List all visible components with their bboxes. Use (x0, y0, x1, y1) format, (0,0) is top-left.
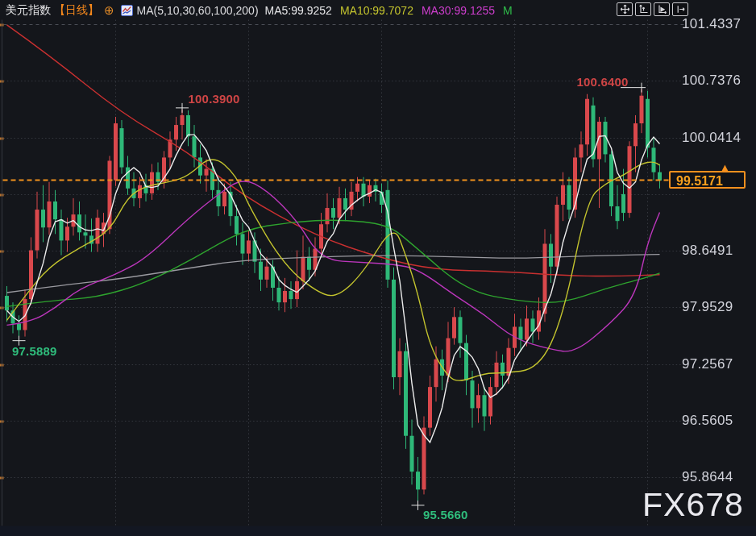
shift-right-button[interactable] (672, 2, 688, 16)
symbol-name: 美元指数 (6, 3, 51, 18)
ma5-value-label: MA5:99.9252 (265, 4, 332, 17)
zoom-axis-right-button[interactable] (654, 2, 670, 16)
timeframe-selector[interactable]: 【日线】 (54, 3, 99, 18)
axis-tick-label: 98.6491 (682, 243, 733, 259)
zoom-axis-up-button[interactable] (635, 2, 651, 16)
ma60-value-label-truncated: M (503, 4, 513, 17)
low-price-annotation: 95.5660 (423, 508, 468, 521)
high-price-annotation: 100.3900 (189, 92, 240, 106)
axis-tick-label: 97.9529 (682, 299, 733, 315)
axis-tick-label: 97.2567 (682, 356, 733, 372)
fx678-watermark: FX678 (642, 486, 744, 524)
axis-tick-label: 101.4337 (682, 16, 741, 32)
add-indicator-icon[interactable]: ⊕ (104, 3, 114, 18)
axis-tick-label: 100.0414 (682, 130, 741, 146)
price-up-arrow-icon: ▲ (720, 162, 730, 172)
high-price-annotation: 100.6400 (577, 75, 629, 89)
axis-tick-label: 96.5605 (682, 413, 733, 429)
ma-params-label: MA(5,10,30,60,100,200) (137, 4, 259, 17)
chart-header: 美元指数 【日线】 ⊕ MA(5,10,30,60,100,200) MA5:9… (6, 2, 513, 19)
chart-toolbar (617, 2, 688, 16)
chart-window: 美元指数 【日线】 ⊕ MA(5,10,30,60,100,200) MA5:9… (0, 0, 756, 536)
axis-tick-label: 100.7376 (682, 73, 741, 89)
low-price-annotation: 97.5889 (12, 344, 57, 358)
chart-style-icon[interactable] (121, 5, 133, 16)
current-price-badge: 99.5171 (669, 171, 746, 189)
pan-tool-button[interactable] (617, 2, 633, 16)
axis-tick-label: 95.8644 (682, 469, 733, 485)
candlestick-chart[interactable] (0, 0, 756, 536)
ma30-value-label: MA30:99.1255 (422, 4, 495, 17)
ma10-value-label: MA10:99.7072 (340, 4, 413, 17)
